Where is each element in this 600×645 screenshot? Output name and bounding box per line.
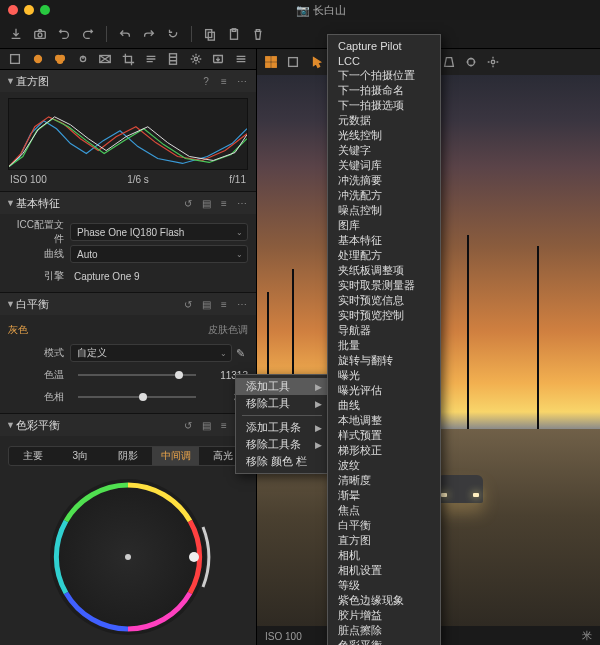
preset-icon[interactable]: ▤ [198,417,214,433]
copy-icon[interactable] [200,24,220,44]
color-wheel[interactable] [43,472,213,642]
local-icon[interactable] [162,49,185,69]
disclosure-icon[interactable]: ▼ [6,299,16,309]
tint-slider[interactable] [78,396,196,398]
tab-shadow[interactable]: 阴影 [104,447,152,465]
submenu-item[interactable]: 直方图 [328,533,440,548]
context-menu-item[interactable]: 移除工具▶ [236,395,328,412]
submenu-item[interactable]: 光线控制 [328,128,440,143]
cursor-icon[interactable] [307,52,327,72]
camera-icon[interactable] [30,24,50,44]
submenu-item[interactable]: 曲线 [328,398,440,413]
submenu-item[interactable]: 夹纸板调整项 [328,263,440,278]
single-icon[interactable] [283,52,303,72]
paste-icon[interactable] [224,24,244,44]
reset-icon[interactable] [163,24,183,44]
redo-icon[interactable] [139,24,159,44]
maximize-icon[interactable] [40,5,50,15]
auto-icon[interactable]: ↺ [180,296,196,312]
close-icon[interactable] [8,5,18,15]
submenu-item[interactable]: 冲洗配方 [328,188,440,203]
gray-tab[interactable]: 灰色 [8,323,28,337]
submenu-item[interactable]: 脏点擦除 [328,623,440,638]
spot-icon[interactable] [461,52,481,72]
undo-icon[interactable] [115,24,135,44]
rotate-right-icon[interactable] [78,24,98,44]
keystone-icon[interactable] [439,52,459,72]
submenu-item[interactable]: 冲洗摘要 [328,173,440,188]
help-icon[interactable]: ? [198,73,214,89]
menu-icon[interactable]: ≡ [216,417,232,433]
grid-icon[interactable] [261,52,281,72]
preset-icon[interactable]: ▤ [198,195,214,211]
eyedropper-icon[interactable]: ✎ [232,347,248,360]
submenu-item[interactable]: 噪点控制 [328,203,440,218]
auto-icon[interactable]: ↺ [180,195,196,211]
submenu-item[interactable]: 实时取景测量器 [328,278,440,293]
tab-master[interactable]: 主要 [9,447,57,465]
submenu-item[interactable]: 实时预览控制 [328,308,440,323]
panel-menu-icon[interactable] [229,49,252,69]
submenu-item[interactable]: 色彩平衡 [328,638,440,645]
submenu-item[interactable]: 处理配方 [328,248,440,263]
submenu-item[interactable]: 本地调整 [328,413,440,428]
submenu-item[interactable]: 实时预览信息 [328,293,440,308]
balance-tabs[interactable]: 主要 3向 阴影 中间调 高光 [8,446,248,466]
add-tool-submenu[interactable]: Capture PilotLCC下一个拍摄位置下一拍摄命名下一拍摄选项元数据光线… [327,34,441,645]
context-menu-item[interactable]: 添加工具▶ [236,378,328,395]
capture-icon[interactable] [27,49,50,69]
submenu-item[interactable]: 焦点 [328,503,440,518]
submenu-item[interactable]: 波纹 [328,458,440,473]
submenu-item[interactable]: 关键字 [328,143,440,158]
context-menu-item[interactable]: 添加工具条▶ [236,419,328,436]
library-icon[interactable] [4,49,27,69]
crop-icon[interactable] [117,49,140,69]
skin-tab[interactable]: 皮肤色调 [208,323,248,337]
submenu-item[interactable]: 白平衡 [328,518,440,533]
preset-icon[interactable]: ▤ [198,296,214,312]
submenu-item[interactable]: 下一个拍摄位置 [328,68,440,83]
submenu-item[interactable]: LCC [328,53,440,68]
submenu-item[interactable]: 清晰度 [328,473,440,488]
more-icon[interactable]: ⋯ [234,195,250,211]
submenu-item[interactable]: 图库 [328,218,440,233]
context-menu[interactable]: 添加工具▶移除工具▶添加工具条▶移除工具条▶移除 颜色 栏 [235,374,329,474]
submenu-item[interactable]: 曝光 [328,368,440,383]
submenu-item[interactable]: 梯形校正 [328,443,440,458]
disclosure-icon[interactable]: ▼ [6,198,16,208]
icc-select[interactable]: Phase One IQ180 Flash⌄ [70,223,248,241]
menu-icon[interactable]: ≡ [216,73,232,89]
menu-icon[interactable]: ≡ [216,296,232,312]
gear-icon[interactable] [184,49,207,69]
disclosure-icon[interactable]: ▼ [6,420,16,430]
gear2-icon[interactable] [483,52,503,72]
exposure-icon[interactable] [72,49,95,69]
submenu-item[interactable]: 样式预置 [328,428,440,443]
auto-icon[interactable]: ↺ [180,417,196,433]
details-icon[interactable] [139,49,162,69]
rotate-left-icon[interactable] [54,24,74,44]
submenu-item[interactable]: 胶片增益 [328,608,440,623]
output-icon[interactable] [207,49,230,69]
submenu-item[interactable]: 关键词库 [328,158,440,173]
more-icon[interactable]: ⋯ [234,73,250,89]
submenu-item[interactable]: 元数据 [328,113,440,128]
submenu-item[interactable]: 批量 [328,338,440,353]
submenu-item[interactable]: 下一拍摄命名 [328,83,440,98]
minimize-icon[interactable] [24,5,34,15]
more-icon[interactable]: ⋯ [234,296,250,312]
submenu-item[interactable]: 渐晕 [328,488,440,503]
submenu-item[interactable]: 下一拍摄选项 [328,98,440,113]
submenu-item[interactable]: 相机设置 [328,563,440,578]
submenu-item[interactable]: 紫色边缘现象 [328,593,440,608]
submenu-item[interactable]: 旋转与翻转 [328,353,440,368]
submenu-item[interactable]: 基本特征 [328,233,440,248]
context-menu-item[interactable]: 移除 颜色 栏 [236,453,328,470]
tab-midtone[interactable]: 中间调 [152,447,200,465]
kelvin-slider[interactable] [78,374,196,376]
lens-icon[interactable] [94,49,117,69]
disclosure-icon[interactable]: ▼ [6,76,16,86]
context-menu-item[interactable]: 移除工具条▶ [236,436,328,453]
submenu-item[interactable]: 相机 [328,548,440,563]
submenu-item[interactable]: Capture Pilot [328,38,440,53]
